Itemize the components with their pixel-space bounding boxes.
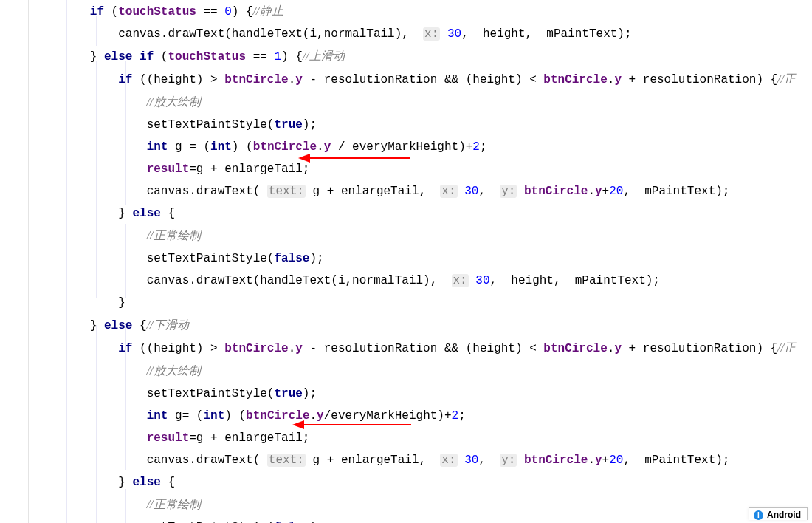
- badge-label: Android: [767, 510, 801, 520]
- info-icon: i: [754, 510, 763, 520]
- android-tool-badge[interactable]: i Android: [749, 507, 808, 520]
- code-editor[interactable]: if (touchStatus == 0) {//静止 canvas.drawT…: [0, 0, 812, 523]
